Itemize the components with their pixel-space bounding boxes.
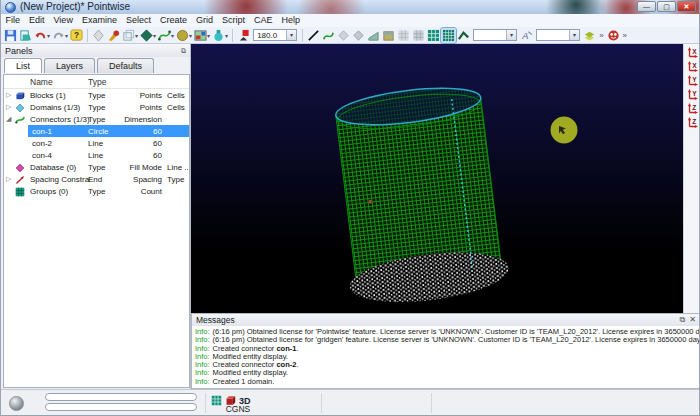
- toolbar-diamond-light-button[interactable]: [336, 28, 351, 43]
- toolbar-angle-combo[interactable]: 180.0▾: [253, 29, 297, 41]
- tab-layers[interactable]: Layers: [44, 58, 95, 73]
- tab-defaults[interactable]: Defaults: [97, 58, 154, 73]
- tab-list[interactable]: List: [4, 58, 42, 73]
- view-plus-y-button[interactable]: Y: [686, 74, 700, 87]
- toolbar-combo[interactable]: ▾: [536, 29, 580, 41]
- tree-row-groups-0[interactable]: Groups (0)TypeCount: [4, 185, 189, 197]
- tree-row-database-0[interactable]: Database (0)TypeFill ModeLine ...: [4, 161, 189, 173]
- toolbar-paint-button[interactable]: [106, 28, 121, 43]
- toolbar-combo[interactable]: ▾: [473, 29, 517, 41]
- combo-dropdown-icon[interactable]: ▾: [569, 30, 579, 40]
- menu-view[interactable]: View: [49, 14, 77, 27]
- toolbar-sphere-dropdown-icon[interactable]: ▾: [189, 32, 192, 39]
- toolbar-connector-button[interactable]: [456, 28, 471, 43]
- float-panel-icon[interactable]: ⧉: [181, 47, 186, 55]
- toolbar-grid-dim2-button[interactable]: [411, 28, 426, 43]
- toolbar-box-button[interactable]: [381, 28, 396, 43]
- svg-text:A: A: [521, 31, 528, 41]
- view-minus-z-button[interactable]: Z: [686, 116, 700, 129]
- toolbar-spline-label-button[interactable]: A: [519, 28, 534, 43]
- toolbar-mask-button[interactable]: [606, 28, 621, 43]
- menu-grid[interactable]: Grid: [191, 14, 217, 27]
- combo-dropdown-icon[interactable]: ▾: [506, 30, 516, 40]
- domains-icon: [15, 103, 25, 115]
- toolbar-rotate-button[interactable]: [236, 28, 251, 43]
- spacing-icon: [15, 175, 25, 187]
- toolbar-curve-points-dropdown-icon[interactable]: ▾: [171, 32, 174, 39]
- toolbar-diamond-green-dropdown-icon[interactable]: ▾: [153, 32, 156, 39]
- float-messages-icon[interactable]: ⧉: [680, 315, 686, 325]
- menu-help[interactable]: Help: [277, 14, 305, 27]
- toolbar-diamond-green-button[interactable]: [139, 28, 154, 43]
- toolbar-spray-button[interactable]: [211, 28, 226, 43]
- toolbar-undo-button[interactable]: [33, 28, 48, 43]
- window-title: (New Project)* Pointwise: [20, 0, 130, 14]
- axis-view-toolbar: X X Y Y Z Z: [683, 44, 700, 313]
- tree-row-domains-1-3[interactable]: ▷Domains (1/3)TypePointsCells: [4, 101, 189, 113]
- menu-create[interactable]: Create: [155, 14, 191, 27]
- close-messages-icon[interactable]: ✕: [689, 315, 696, 325]
- connectors-icon: [15, 115, 25, 127]
- toolbar-help-button[interactable]: ?: [69, 28, 84, 43]
- toolbar-overflow-button[interactable]: »: [623, 31, 627, 40]
- view-minus-x-button[interactable]: X: [686, 60, 700, 73]
- tree-cell-type: Type: [88, 115, 105, 124]
- tree-cell-type: Circle: [88, 127, 108, 136]
- collapsed-expander-icon[interactable]: ▷: [6, 91, 14, 99]
- collapsed-expander-icon[interactable]: ▷: [6, 175, 14, 183]
- tree-row-con-1[interactable]: con-1Circle60: [4, 125, 189, 137]
- toolbar-grid-teal-button[interactable]: [426, 28, 441, 43]
- tree-row-blocks-1[interactable]: ▷Blocks (1)TypePointsCells: [4, 89, 189, 101]
- progress-bar-top: [45, 393, 197, 401]
- toolbar-grid-dim-button[interactable]: [396, 28, 411, 43]
- tree-header-name: Name: [30, 77, 53, 87]
- toolbar-wedge-button[interactable]: [366, 28, 381, 43]
- toolbar-layers-button[interactable]: [582, 28, 597, 43]
- tree-row-con-2[interactable]: con-2Line60: [4, 137, 189, 149]
- tree-row-con-4[interactable]: con-4Line60: [4, 149, 189, 161]
- database-icon: [15, 163, 25, 175]
- toolbar-grid-teal-active-button[interactable]: [441, 28, 456, 43]
- menu-file[interactable]: File: [1, 14, 25, 27]
- main-toolbar: ▾▾?▾▾▾▾▾▾180.0▾▾A▾»»: [1, 27, 700, 44]
- combo-value: 180.0: [257, 31, 277, 40]
- toolbar-undo-dropdown-icon[interactable]: ▾: [47, 32, 50, 39]
- tree-cell-type: Line: [88, 139, 103, 148]
- toolbar-spray-dropdown-icon[interactable]: ▾: [225, 32, 228, 39]
- tree-header: Name Type: [4, 75, 189, 89]
- collapsed-expander-icon[interactable]: ▷: [6, 103, 14, 111]
- toolbar-redo-button[interactable]: [51, 28, 66, 43]
- view-minus-y-button[interactable]: Y: [686, 88, 700, 101]
- toolbar-cube-button[interactable]: [121, 28, 136, 43]
- toolbar-save-button[interactable]: [3, 28, 18, 43]
- menu-examine[interactable]: Examine: [77, 14, 121, 27]
- tree-row-connectors-1-3[interactable]: ◢Connectors (1/3)TypeDimension: [4, 113, 189, 125]
- toolbar-redo-dropdown-icon[interactable]: ▾: [65, 32, 68, 39]
- close-button[interactable]: ✕: [677, 1, 696, 12]
- toolbar-sphere-button[interactable]: [175, 28, 190, 43]
- 3d-viewport[interactable]: [191, 44, 683, 313]
- toolbar-image-button[interactable]: [193, 28, 208, 43]
- toolbar-overflow-button[interactable]: »: [599, 31, 603, 40]
- toolbar-line-button[interactable]: [306, 28, 321, 43]
- menu-edit[interactable]: Edit: [25, 14, 50, 27]
- toolbar-cube-dropdown-icon[interactable]: ▾: [135, 32, 138, 39]
- expanded-expander-icon[interactable]: ◢: [6, 115, 14, 123]
- view-plus-x-button[interactable]: X: [686, 46, 700, 59]
- tree-row-spacing-constrai[interactable]: ▷Spacing Constrai...EndSpacingType: [4, 173, 189, 185]
- toolbar-light-button[interactable]: [91, 28, 106, 43]
- menu-select[interactable]: Select: [121, 14, 155, 27]
- toolbar-curve-button[interactable]: [321, 28, 336, 43]
- menu-script[interactable]: Script: [217, 14, 249, 27]
- minimize-button[interactable]: —: [637, 1, 656, 12]
- toolbar-curve-points-button[interactable]: [157, 28, 172, 43]
- maximize-button[interactable]: ▢: [657, 1, 676, 12]
- tree-cell-name: Connectors (1/3): [30, 115, 90, 124]
- mesh-scene: [191, 44, 683, 313]
- toolbar-image-dropdown-icon[interactable]: ▾: [207, 32, 210, 39]
- view-plus-z-button[interactable]: Z: [686, 102, 700, 115]
- toolbar-diamond-light2-button[interactable]: [351, 28, 366, 43]
- toolbar-open-button[interactable]: [18, 28, 33, 43]
- menu-cae[interactable]: CAE: [249, 14, 277, 27]
- combo-dropdown-icon[interactable]: ▾: [286, 30, 296, 40]
